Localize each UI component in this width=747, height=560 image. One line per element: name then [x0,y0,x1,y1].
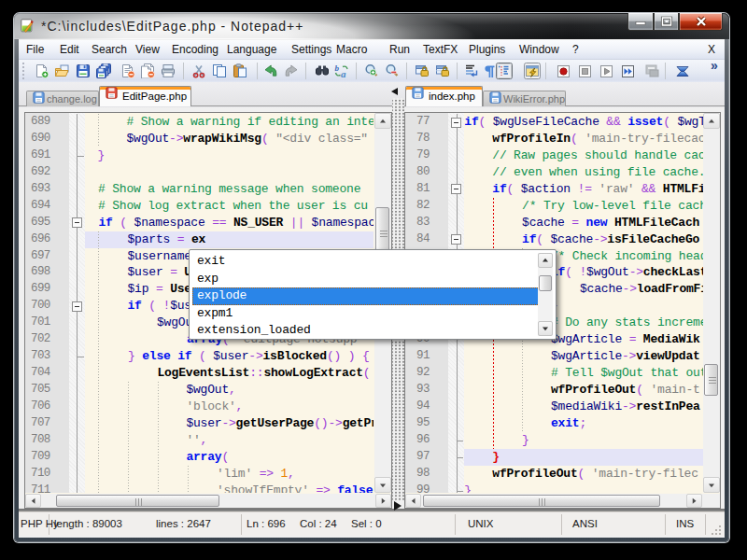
svg-text:a: a [341,68,346,79]
svg-text:b: b [335,63,340,73]
